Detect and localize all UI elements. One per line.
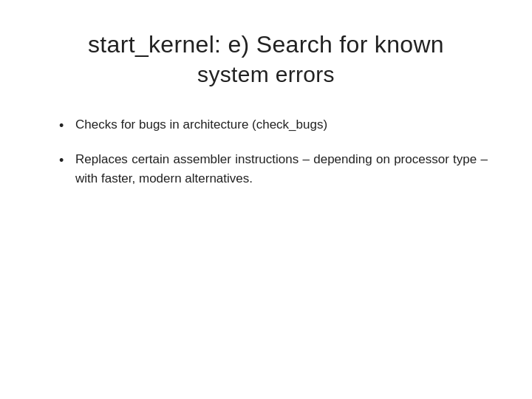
bullet-list: • Checks for bugs in architecture (check… [44,115,488,202]
title-line2: system errors [197,62,335,86]
bullet-text-2: Replaces certain assembler instructions … [75,150,488,189]
title-line1: start_kernel: e) Search for known [88,31,444,58]
bullet-dot-1: • [59,116,75,137]
bullet-dot-2: • [59,151,75,171]
list-item: • Replaces certain assembler instruction… [59,150,488,189]
bullet-text-1: Checks for bugs in architecture (check_b… [75,115,488,134]
list-item: • Checks for bugs in architecture (check… [59,115,488,137]
slide-title: start_kernel: e) Search for known system… [44,30,488,89]
slide: start_kernel: e) Search for known system… [0,0,532,399]
title-text: start_kernel: e) Search for known system… [44,30,488,89]
